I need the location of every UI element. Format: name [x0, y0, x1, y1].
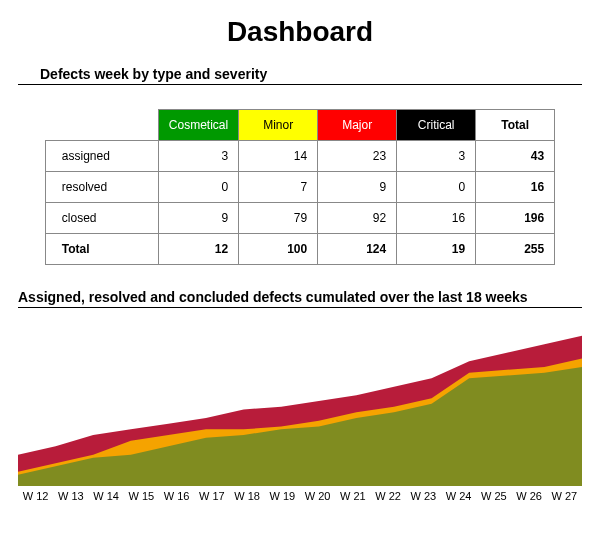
cell: 92 [318, 203, 397, 234]
table-row: assigned31423343 [45, 141, 554, 172]
table-total-row: Total1210012419255 [45, 234, 554, 265]
x-tick-label: W 27 [552, 490, 578, 502]
cell-total: 124 [318, 234, 397, 265]
table-row: closed9799216196 [45, 203, 554, 234]
cell: 9 [158, 203, 238, 234]
row-total: 16 [476, 172, 555, 203]
divider [18, 84, 582, 85]
x-tick-label: W 13 [58, 490, 84, 502]
cell: 3 [397, 141, 476, 172]
cell: 9 [318, 172, 397, 203]
row-label: closed [45, 203, 158, 234]
x-tick-label: W 20 [305, 490, 331, 502]
row-total: 43 [476, 141, 555, 172]
cell: 7 [239, 172, 318, 203]
grand-total: 255 [476, 234, 555, 265]
col-header-total: Total [476, 110, 555, 141]
col-header-critical: Critical [397, 110, 476, 141]
row-total: 196 [476, 203, 555, 234]
chart-title: Assigned, resolved and concluded defects… [18, 289, 582, 305]
x-tick-label: W 14 [93, 490, 119, 502]
cell: 79 [239, 203, 318, 234]
cell: 0 [158, 172, 238, 203]
divider [18, 307, 582, 308]
table-title: Defects week by type and severity [40, 66, 582, 82]
x-tick-label: W 18 [234, 490, 260, 502]
cell-total: 19 [397, 234, 476, 265]
cell: 16 [397, 203, 476, 234]
cell-total: 100 [239, 234, 318, 265]
x-tick-label: W 24 [446, 490, 472, 502]
cell: 14 [239, 141, 318, 172]
x-tick-label: W 26 [516, 490, 542, 502]
col-header-major: Major [318, 110, 397, 141]
cell: 3 [158, 141, 238, 172]
col-header-minor: Minor [239, 110, 318, 141]
cell: 23 [318, 141, 397, 172]
page-title: Dashboard [18, 16, 582, 48]
x-tick-label: W 25 [481, 490, 507, 502]
x-tick-label: W 21 [340, 490, 366, 502]
x-tick-label: W 22 [375, 490, 401, 502]
table-corner [45, 110, 158, 141]
x-tick-label: W 23 [411, 490, 437, 502]
x-tick-label: W 16 [164, 490, 190, 502]
col-header-cosmetical: Cosmetical [158, 110, 238, 141]
defects-table: CosmeticalMinorMajorCriticalTotal assign… [45, 109, 555, 265]
x-tick-label: W 12 [23, 490, 49, 502]
cell-total: 12 [158, 234, 238, 265]
row-label: assigned [45, 141, 158, 172]
cell: 0 [397, 172, 476, 203]
row-label-total: Total [45, 234, 158, 265]
area-chart: W 12W 13W 14W 15W 16W 17W 18W 19W 20W 21… [18, 316, 582, 502]
table-row: resolved079016 [45, 172, 554, 203]
x-tick-label: W 15 [129, 490, 155, 502]
x-tick-label: W 19 [270, 490, 296, 502]
row-label: resolved [45, 172, 158, 203]
x-tick-label: W 17 [199, 490, 225, 502]
